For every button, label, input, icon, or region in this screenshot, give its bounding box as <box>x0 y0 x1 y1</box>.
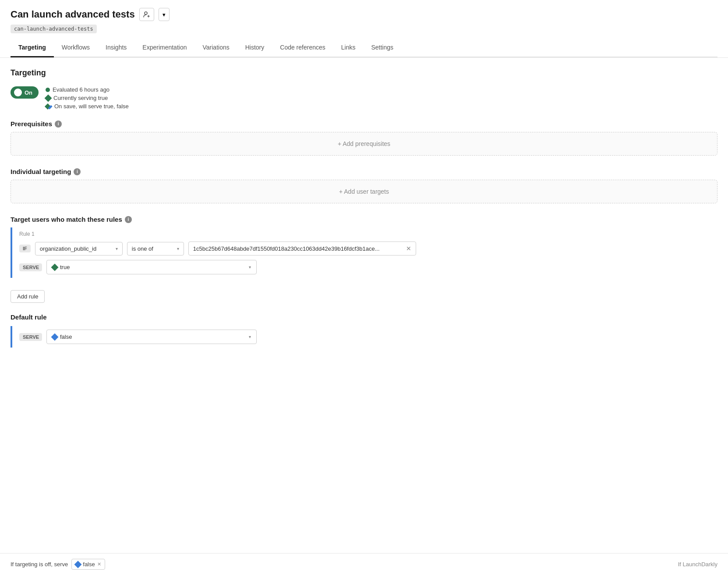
default-serve-diamond-icon <box>51 333 59 341</box>
tab-links[interactable]: Links <box>333 39 364 57</box>
default-rule-label: Default rule <box>11 313 717 321</box>
on-save-diamond-icon <box>46 103 52 110</box>
tab-settings[interactable]: Settings <box>363 39 401 57</box>
if-badge: IF <box>19 245 31 252</box>
person-add-icon <box>143 11 150 18</box>
title-row: Can launch advanced tests ▾ <box>11 8 717 21</box>
op-chevron-icon: ▾ <box>177 246 179 251</box>
individual-targeting-info-icon: i <box>74 168 81 175</box>
evaluated-dot-icon <box>46 88 50 92</box>
tab-code-references[interactable]: Code references <box>272 39 333 57</box>
toggle-label: On <box>25 89 32 96</box>
serve-diamond-icon <box>51 263 59 271</box>
main-content: Targeting On Evaluated 6 hours ago Curre… <box>0 58 728 370</box>
default-serve-select[interactable]: false ▾ <box>46 330 257 344</box>
value-clear-button[interactable]: ✕ <box>406 245 411 252</box>
prerequisites-section: Prerequisites i + Add prerequisites <box>11 120 717 156</box>
add-rule-button[interactable]: Add rule <box>11 290 45 303</box>
serve-select[interactable]: true ▾ <box>46 260 257 274</box>
tab-history[interactable]: History <box>237 39 272 57</box>
serving-diamond-icon <box>45 94 52 102</box>
serve-badge: SERVE <box>19 263 42 271</box>
svg-point-0 <box>145 12 147 14</box>
rule-1-container: Rule 1 IF organization_public_id ▾ is on… <box>11 227 717 278</box>
value-field[interactable]: 1c5bc25b67d648abde7df1550fd018a230cc1063… <box>188 241 416 256</box>
default-rule-section: Default rule SERVE false ▾ <box>11 313 717 348</box>
toggle-status-row: On Evaluated 6 hours ago Currently servi… <box>11 86 717 110</box>
tab-variations[interactable]: Variations <box>194 39 237 57</box>
individual-targeting-label: Individual targeting i <box>11 168 717 175</box>
toggle-circle <box>14 89 22 96</box>
default-serve-row: SERVE false ▾ <box>19 330 717 344</box>
tab-experimentation[interactable]: Experimentation <box>134 39 194 57</box>
status-serving: Currently serving true <box>46 95 129 101</box>
targeting-section-title: Targeting <box>11 68 717 78</box>
default-chevron-icon: ▾ <box>249 334 251 339</box>
dropdown-button[interactable]: ▾ <box>159 8 170 21</box>
tabs-nav: Targeting Workflows Insights Experimenta… <box>11 39 717 57</box>
slug-badge: can-launch-advanced-tests <box>11 25 97 33</box>
status-on-save: On save, will serve true, false <box>46 103 129 110</box>
default-serve-badge: SERVE <box>19 333 42 341</box>
tab-insights[interactable]: Insights <box>98 39 134 57</box>
status-lines: Evaluated 6 hours ago Currently serving … <box>46 86 129 110</box>
value-text: 1c5bc25b67d648abde7df1550fd018a230cc1063… <box>193 245 403 252</box>
serve-chevron-icon: ▾ <box>249 265 251 270</box>
add-prerequisites-button[interactable]: + Add prerequisites <box>11 132 717 156</box>
operator-select[interactable]: is one of ▾ <box>127 242 184 256</box>
rule-1-label: Rule 1 <box>19 231 717 237</box>
attr-chevron-icon: ▾ <box>116 246 118 251</box>
rules-info-icon: i <box>125 216 132 223</box>
default-serve-value: false <box>52 334 72 340</box>
prerequisites-info-icon: i <box>55 121 62 128</box>
add-user-button[interactable] <box>139 8 154 21</box>
page-title: Can launch advanced tests <box>11 9 135 20</box>
chevron-down-icon: ▾ <box>163 11 166 18</box>
prerequisites-label: Prerequisites i <box>11 120 717 128</box>
default-rule-container: SERVE false ▾ <box>11 326 717 348</box>
tab-workflows[interactable]: Workflows <box>54 39 98 57</box>
page-header: Can launch advanced tests ▾ can-launch-a… <box>0 0 728 58</box>
toggle-button[interactable]: On <box>11 86 39 99</box>
tab-targeting[interactable]: Targeting <box>11 39 54 57</box>
individual-targeting-section: Individual targeting i + Add user target… <box>11 168 717 203</box>
rules-section-label: Target users who match these rules i <box>11 216 717 223</box>
serve-true-value: true <box>52 264 70 270</box>
status-evaluated: Evaluated 6 hours ago <box>46 86 129 93</box>
rule-1-if-row: IF organization_public_id ▾ is one of ▾ … <box>19 241 717 256</box>
rules-section: Target users who match these rules i Rul… <box>11 216 717 278</box>
attribute-select[interactable]: organization_public_id ▾ <box>35 242 123 256</box>
add-user-targets-button[interactable]: + Add user targets <box>11 180 717 203</box>
rule-1-serve-row: SERVE true ▾ <box>19 260 717 274</box>
